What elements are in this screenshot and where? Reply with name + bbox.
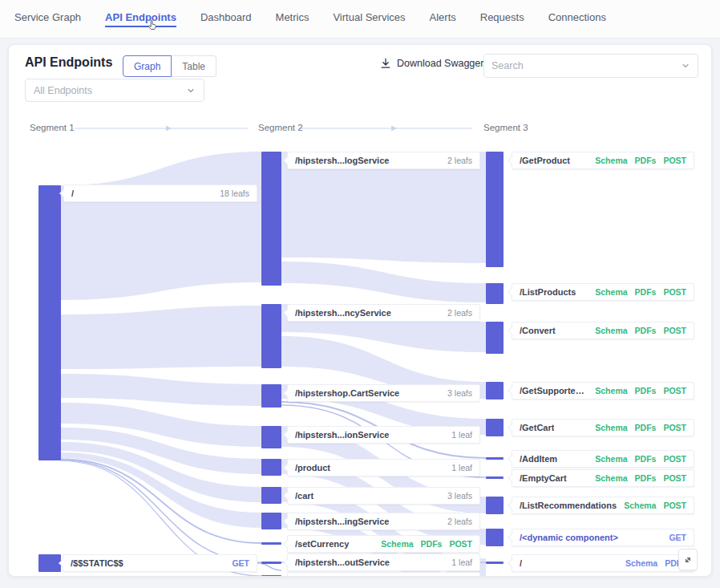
leaf-count-badge: 2 leafs	[447, 156, 472, 165]
sankey-node-bar[interactable]	[261, 152, 281, 286]
nav-item-virtual-services[interactable]: Virtual Services	[333, 11, 405, 27]
endpoint-row[interactable]: /hipstershop.CartService3 leafs	[287, 384, 480, 402]
sankey-node-bar[interactable]	[261, 426, 281, 448]
nav-item-dashboard[interactable]: Dashboard	[200, 11, 252, 27]
endpoint-row[interactable]: /ListRecommendationsSchemaPOST	[512, 497, 694, 514]
leaf-count-badge: 1 leaf	[451, 430, 472, 440]
api-endpoints-panel: API Endpoints Graph Table Download Swagg…	[8, 44, 712, 577]
endpoint-row[interactable]: /product1 leaf	[287, 459, 480, 476]
sankey-node-bar[interactable]	[261, 487, 281, 504]
link-post[interactable]: POST	[663, 501, 686, 510]
endpoint-row[interactable]: /<dynamic component>GET	[512, 529, 694, 546]
link-schema[interactable]: Schema	[595, 386, 627, 395]
sankey-node-bar[interactable]	[486, 419, 504, 436]
endpoint-path: /product	[295, 463, 330, 472]
endpoint-row[interactable]: /hipstersh...ailService1 leaf	[287, 572, 480, 577]
sankey-node-bar[interactable]	[261, 575, 281, 577]
endpoint-row[interactable]: /AddItemSchemaPDFsPOST	[512, 450, 694, 468]
sankey-node-bar[interactable]	[261, 513, 281, 529]
link-pdfs[interactable]: PDFs	[635, 287, 657, 297]
endpoint-row[interactable]: /EmptyCartSchemaPDFsPOST	[512, 469, 694, 487]
sankey-node-bar[interactable]	[261, 542, 281, 545]
endpoint-links: SchemaPDFsPOST	[595, 454, 686, 464]
link-post[interactable]: POST	[663, 287, 686, 297]
endpoint-links: SchemaPDFsPOST	[381, 539, 472, 549]
nav-item-service-graph[interactable]: Service Graph	[14, 11, 81, 27]
endpoint-row[interactable]: /18 leafs	[63, 185, 257, 202]
endpoint-row[interactable]: /ListProductsSchemaPDFsPOST	[512, 283, 694, 301]
link-get[interactable]: GET	[232, 558, 249, 568]
segment-label-3: Segment 3	[483, 123, 528, 132]
link-schema[interactable]: Schema	[624, 501, 656, 510]
link-schema[interactable]: Schema	[595, 287, 627, 297]
link-get[interactable]: GET	[669, 533, 686, 542]
sankey-node-bar[interactable]	[486, 476, 504, 479]
leaf-count-badge: 1 leaf	[451, 463, 472, 472]
endpoint-row[interactable]: /GetCartSchemaPDFsPOST	[512, 419, 694, 436]
expand-graph-button[interactable]	[678, 549, 698, 570]
sankey-node-bar[interactable]	[486, 529, 504, 546]
endpoint-row[interactable]: /hipstersh...outService1 leaf	[287, 554, 480, 571]
link-schema[interactable]: Schema	[595, 423, 627, 432]
sankey-node-bar[interactable]	[486, 322, 504, 354]
link-pdfs[interactable]: PDFs	[635, 386, 657, 395]
link-pdfs[interactable]: PDFs	[635, 326, 657, 335]
sankey-node-bar[interactable]	[261, 459, 281, 476]
link-schema[interactable]: Schema	[595, 156, 627, 165]
link-schema[interactable]: Schema	[595, 454, 627, 464]
endpoint-path: /EmptyCart	[520, 473, 567, 483]
endpoint-path: /Convert	[520, 326, 556, 335]
link-post[interactable]: POST	[663, 326, 686, 335]
sankey-node-bar[interactable]	[486, 382, 504, 399]
link-pdfs[interactable]: PDFs	[635, 454, 657, 464]
endpoint-path: /	[520, 558, 522, 568]
nav-item-alerts[interactable]: Alerts	[430, 11, 456, 27]
link-pdfs[interactable]: PDFs	[635, 473, 657, 483]
segment-label-1: Segment 1	[30, 123, 75, 132]
link-post[interactable]: POST	[663, 423, 686, 432]
endpoint-row[interactable]: /setCurrencySchemaPDFsPOST	[287, 535, 480, 553]
endpoint-row[interactable]: /$$STATIC$$GET	[63, 554, 257, 572]
sankey-node-bar[interactable]	[486, 152, 504, 267]
link-post[interactable]: POST	[663, 156, 686, 165]
nav-item-api-endpoints[interactable]: API Endpoints	[105, 11, 176, 27]
endpoint-links: SchemaPDFs	[625, 558, 686, 568]
sankey-node-bar[interactable]	[486, 562, 504, 564]
link-schema[interactable]: Schema	[381, 539, 413, 549]
endpoint-row[interactable]: /SchemaPDFs	[512, 554, 694, 572]
endpoint-row[interactable]: /GetSupportedCurrenciesSchemaPDFsPOST	[512, 382, 694, 399]
sankey-node-bar[interactable]	[38, 554, 61, 572]
endpoint-links: SchemaPDFsPOST	[595, 473, 686, 483]
link-post[interactable]: POST	[449, 539, 472, 549]
sankey-node-bar[interactable]	[261, 304, 281, 368]
endpoint-row[interactable]: /cart3 leafs	[287, 487, 480, 505]
link-schema[interactable]: Schema	[625, 558, 657, 568]
endpoint-row[interactable]: /hipstersh...logService2 leafs	[287, 152, 480, 169]
endpoint-row[interactable]: /hipstersh...ncyService2 leafs	[287, 304, 480, 322]
nav-item-connections[interactable]: Connections	[548, 11, 606, 27]
link-post[interactable]: POST	[663, 386, 686, 395]
endpoint-path: /AddItem	[520, 454, 557, 464]
link-pdfs[interactable]: PDFs	[635, 156, 657, 165]
sankey-node-bar[interactable]	[486, 457, 504, 460]
endpoints-sankey-graph: Segment 1Segment 2Segment 3/18 leafs/$$S…	[9, 45, 711, 576]
nav-item-metrics[interactable]: Metrics	[276, 11, 309, 27]
endpoint-row[interactable]: /hipstersh...ionService1 leaf	[287, 426, 480, 444]
endpoint-row[interactable]: /GetProductSchemaPDFsPOST	[512, 152, 694, 169]
sankey-node-bar[interactable]	[486, 283, 504, 304]
endpoint-row[interactable]: /ConvertSchemaPDFsPOST	[512, 322, 694, 339]
link-post[interactable]: POST	[663, 473, 686, 483]
link-post[interactable]: POST	[663, 454, 686, 464]
nav-item-requests[interactable]: Requests	[480, 11, 524, 27]
sankey-node-bar[interactable]	[261, 562, 281, 564]
sankey-node-bar[interactable]	[261, 384, 281, 408]
endpoint-path: /<dynamic component>	[520, 533, 618, 542]
sankey-node-bar[interactable]	[486, 497, 504, 514]
sankey-node-bar[interactable]	[38, 185, 61, 460]
link-schema[interactable]: Schema	[595, 326, 627, 335]
link-pdfs[interactable]: PDFs	[421, 539, 443, 549]
link-schema[interactable]: Schema	[595, 473, 627, 483]
endpoint-links: GET	[669, 533, 686, 542]
endpoint-row[interactable]: /hipstersh...ingService2 leafs	[287, 513, 480, 530]
link-pdfs[interactable]: PDFs	[635, 423, 657, 432]
